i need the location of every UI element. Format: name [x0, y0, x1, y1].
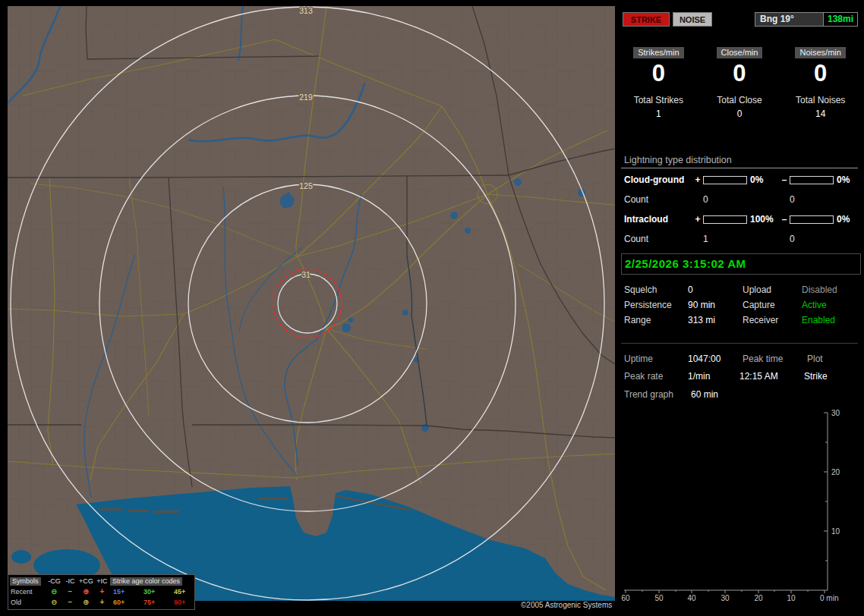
x-tick-10: 10 — [787, 594, 796, 602]
rate-counters: Strikes/min 0 Total Strikes 1 Close/min … — [621, 47, 858, 119]
uptime-label: Uptime — [621, 354, 688, 364]
squelch-label: Squelch — [621, 284, 688, 295]
ic-positive-count: 1 — [703, 234, 747, 244]
persistence-label: Persistence — [621, 300, 688, 310]
y-tick-20: 20 — [831, 468, 840, 476]
legend-header-row: Symbols -CG -IC +CG +IC Strike age color… — [10, 576, 193, 586]
nexstorm-window: 313 219 125 31 Symbols -CG -IC +CG +IC S… — [0, 0, 864, 616]
y-tick-10: 10 — [831, 527, 840, 536]
noises-per-min-counter: Noises/min 0 Total Noises 14 — [783, 47, 858, 119]
distance-value: 138mi — [823, 13, 857, 26]
ic-positive-percent: 100% — [747, 214, 779, 225]
cg-negative-percent: 0% — [834, 174, 858, 185]
cg-negative-bar — [790, 176, 834, 184]
last-strike-bearing-box: Bng 19° 138mi — [755, 12, 858, 27]
legend-col-pcg: +CG — [78, 577, 94, 585]
strikes-per-min-counter: Strikes/min 0 Total Strikes 1 — [621, 47, 696, 119]
cg-plus-sign: + — [692, 174, 703, 185]
bearing-value: Bng 19° — [755, 13, 823, 26]
age-code-90: 90+ — [171, 599, 201, 606]
legend-col-nic: -IC — [62, 577, 78, 585]
x-tick-30: 30 — [721, 594, 730, 602]
map-canvas: 313 219 125 31 — [8, 6, 615, 601]
chart-tick-labels: 30 20 10 60 50 40 30 20 10 0 min — [621, 409, 840, 602]
y-tick-30: 30 — [831, 409, 840, 417]
old-neg-cg-symbol: ⊖ — [46, 599, 62, 606]
cg-minus-sign: – — [779, 174, 790, 185]
capture-status: Active — [802, 300, 858, 310]
status-panel: STRIKE NOISE Bng 19° 138mi Strikes/min 0… — [621, 6, 858, 610]
recent-neg-cg-symbol: ⊖ — [46, 588, 62, 596]
ring-label-31: 31 — [301, 270, 311, 279]
ring-label-219: 219 — [299, 93, 313, 102]
ic-plus-sign: + — [692, 214, 703, 225]
age-code-45: 45+ — [171, 588, 201, 596]
age-code-60: 60+ — [110, 599, 140, 606]
cloud-ground-label: Cloud-ground — [621, 174, 692, 185]
strike-indicator-button[interactable]: STRIKE — [623, 12, 670, 27]
total-strikes-label: Total Strikes — [621, 95, 696, 105]
total-close-value: 0 — [702, 108, 777, 119]
recent-age-codes: 15+ 30+ 45+ — [110, 588, 201, 596]
ic-count-label: Count — [621, 234, 692, 244]
x-tick-0-min: 0 min — [820, 594, 838, 602]
ic-negative-percent: 0% — [834, 214, 858, 225]
legend-col-ncg: -CG — [46, 577, 62, 585]
total-close-label: Total Close — [702, 95, 777, 105]
distribution-title: Lightning type distribution — [621, 155, 858, 168]
upload-label: Upload — [739, 284, 802, 295]
legend-col-pic: +IC — [94, 577, 110, 585]
cg-negative-count: 0 — [790, 194, 834, 205]
age-code-15: 15+ — [110, 588, 140, 596]
x-tick-20: 20 — [754, 594, 763, 602]
legend-age-header: Strike age color codes — [110, 577, 182, 586]
noises-per-min-label: Noises/min — [795, 47, 845, 58]
trend-graph-row: Trend graph 60 min — [621, 389, 858, 400]
x-tick-40: 40 — [687, 594, 696, 602]
ic-negative-bar — [790, 215, 834, 224]
age-code-75: 75+ — [140, 599, 171, 606]
close-per-min-counter: Close/min 0 Total Close 0 — [702, 47, 777, 119]
chart-axes — [624, 413, 828, 590]
old-neg-ic-symbol: − — [62, 599, 78, 606]
trend-graph-value: 60 min — [691, 389, 718, 400]
session-stats: Uptime 1047:00 Peak time Plot Peak rate … — [621, 343, 858, 385]
peak-time-label: Peak time — [739, 354, 804, 364]
ic-minus-sign: – — [779, 214, 790, 225]
recent-neg-ic-symbol: − — [62, 588, 78, 596]
age-code-30: 30+ — [140, 588, 171, 596]
cg-positive-count: 0 — [703, 194, 747, 205]
strike-trend-chart: 30 20 10 60 50 40 30 20 10 0 min — [621, 404, 858, 602]
ring-label-125: 125 — [299, 181, 313, 190]
squelch-value: 0 — [688, 284, 739, 295]
lightning-map[interactable]: 313 219 125 31 — [8, 6, 615, 601]
peak-time-value: 12:15 AM — [739, 371, 804, 382]
legend-old-label: Old — [10, 599, 46, 606]
close-per-min-value: 0 — [702, 61, 777, 86]
ic-negative-count: 0 — [790, 234, 834, 244]
legend-recent-label: Recent — [10, 588, 46, 596]
legend-symbols-header: Symbols — [10, 577, 41, 586]
strikes-per-min-value: 0 — [621, 61, 696, 86]
current-datetime: 2/25/2026 3:15:02 AM — [621, 253, 861, 275]
indicator-bar: STRIKE NOISE Bng 19° 138mi — [623, 12, 858, 27]
strikes-per-min-label: Strikes/min — [633, 47, 683, 58]
chart-ticks — [626, 413, 828, 593]
old-age-codes: 60+ 75+ 90+ — [110, 599, 201, 606]
trend-graph-label: Trend graph — [621, 389, 673, 400]
copyright-text: ©2005 Astrogenic Systems — [521, 601, 612, 609]
cg-count-label: Count — [621, 194, 692, 205]
close-per-min-label: Close/min — [717, 47, 763, 58]
receiver-label: Receiver — [739, 315, 802, 325]
receiver-status: Enabled — [802, 315, 858, 325]
ring-label-313: 313 — [299, 6, 313, 15]
map-legend: Symbols -CG -IC +CG +IC Strike age color… — [8, 574, 195, 610]
old-pos-ic-symbol: + — [94, 599, 110, 606]
noises-per-min-value: 0 — [783, 61, 858, 86]
intracloud-label: Intracloud — [621, 214, 692, 225]
upload-status: Disabled — [802, 284, 858, 295]
receiver-settings: Squelch 0 Upload Disabled Persistence 90… — [621, 282, 858, 328]
noise-indicator-button[interactable]: NOISE — [673, 12, 712, 27]
x-tick-60: 60 — [621, 594, 630, 602]
lightning-type-distribution: Cloud-ground + 0% – 0% Count 0 0 Intracl… — [621, 170, 858, 249]
